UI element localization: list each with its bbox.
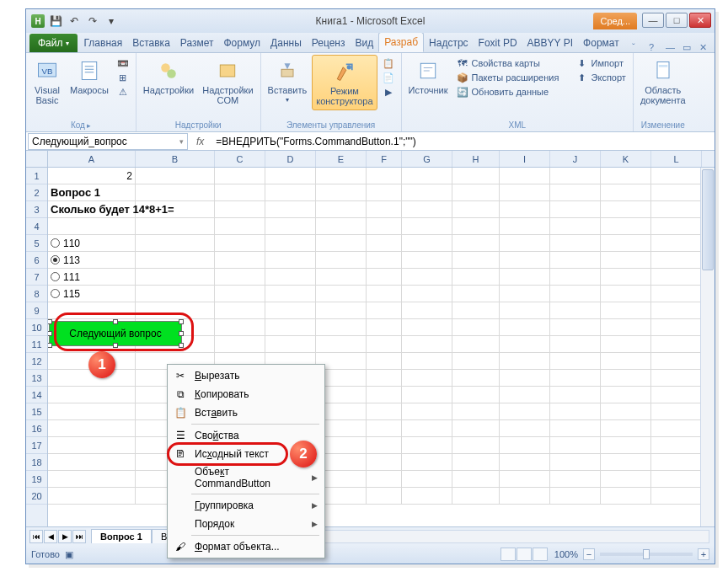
cell[interactable]: [500, 201, 550, 217]
cell[interactable]: [48, 387, 136, 403]
cell[interactable]: [550, 471, 601, 487]
cell[interactable]: [265, 201, 316, 217]
cell[interactable]: [601, 252, 651, 268]
cell[interactable]: [550, 387, 601, 403]
document-panel-button[interactable]: Область документа: [637, 55, 689, 109]
tab-data[interactable]: Данны: [265, 34, 307, 52]
cell[interactable]: [367, 488, 402, 504]
cell[interactable]: [402, 454, 452, 470]
row-header[interactable]: 19: [26, 471, 47, 488]
cell[interactable]: [265, 286, 316, 302]
row-header[interactable]: 9: [26, 302, 47, 319]
window-close-button[interactable]: ✕: [689, 13, 711, 28]
cell[interactable]: [452, 269, 500, 285]
sheet-nav-prev-icon[interactable]: ◀: [44, 530, 57, 543]
cell[interactable]: [651, 370, 702, 386]
tab-foxit[interactable]: Foxit PD: [474, 34, 522, 52]
cell[interactable]: [601, 168, 651, 184]
cell[interactable]: [215, 269, 265, 285]
cell[interactable]: [651, 387, 702, 403]
cell[interactable]: [550, 269, 601, 285]
cell[interactable]: [136, 235, 215, 251]
row-header[interactable]: 11: [26, 336, 47, 353]
row-header[interactable]: 13: [26, 370, 47, 387]
doc-minimize-icon[interactable]: —: [666, 42, 676, 52]
cell[interactable]: [402, 184, 452, 200]
cell[interactable]: [367, 336, 402, 352]
col-header[interactable]: J: [550, 151, 601, 167]
vertical-scrollbar[interactable]: [700, 168, 715, 526]
cell[interactable]: [402, 252, 452, 268]
cell[interactable]: [601, 302, 651, 318]
tab-formulas[interactable]: Формул: [218, 34, 265, 52]
macro-record-icon[interactable]: ▣: [65, 549, 73, 560]
file-tab[interactable]: Файл: [29, 34, 78, 52]
cell[interactable]: [550, 370, 601, 386]
cell[interactable]: [316, 252, 367, 268]
cell[interactable]: [402, 437, 452, 453]
cell[interactable]: [265, 269, 316, 285]
cell[interactable]: [452, 184, 500, 200]
cell[interactable]: [500, 403, 550, 419]
col-header[interactable]: L: [651, 151, 702, 167]
cell[interactable]: [601, 184, 651, 200]
cell[interactable]: [215, 235, 265, 251]
cell[interactable]: [367, 201, 402, 217]
row-header[interactable]: 7: [26, 269, 47, 286]
cell[interactable]: [265, 235, 316, 251]
cell[interactable]: [452, 454, 500, 470]
qat-undo-icon[interactable]: ↶: [67, 13, 82, 29]
cell[interactable]: [316, 168, 367, 184]
cell[interactable]: [452, 353, 500, 369]
cell[interactable]: [48, 420, 136, 436]
qat-redo-icon[interactable]: ↷: [85, 13, 100, 29]
cell[interactable]: [48, 471, 136, 487]
cell[interactable]: [136, 168, 215, 184]
cell[interactable]: [651, 184, 702, 200]
cell[interactable]: [601, 319, 651, 335]
row-header[interactable]: 20: [26, 488, 47, 505]
cell[interactable]: [402, 168, 452, 184]
cell[interactable]: [500, 184, 550, 200]
cell[interactable]: [452, 319, 500, 335]
cell[interactable]: [215, 201, 265, 217]
cell[interactable]: [550, 420, 601, 436]
cell[interactable]: [367, 454, 402, 470]
cell[interactable]: [316, 336, 367, 352]
cell[interactable]: [265, 336, 316, 352]
cell[interactable]: [500, 319, 550, 335]
cell[interactable]: [367, 403, 402, 419]
cell[interactable]: [316, 269, 367, 285]
row-header[interactable]: 5: [26, 235, 47, 252]
row-header[interactable]: 16: [26, 420, 47, 437]
fx-button[interactable]: fx: [190, 136, 211, 147]
cell[interactable]: [136, 286, 215, 302]
doc-close-icon[interactable]: ✕: [699, 42, 709, 52]
cell[interactable]: [215, 184, 265, 200]
cell[interactable]: [651, 235, 702, 251]
sheet-tab[interactable]: Вопрос 1: [91, 529, 152, 543]
cell[interactable]: [316, 201, 367, 217]
cell[interactable]: [601, 370, 651, 386]
ribbon-minimize-icon[interactable]: ˇ: [632, 42, 642, 52]
cell[interactable]: [215, 319, 265, 335]
cell[interactable]: [402, 370, 452, 386]
col-header[interactable]: K: [601, 151, 651, 167]
cell[interactable]: [452, 370, 500, 386]
row-header[interactable]: 12: [26, 353, 47, 370]
row-header[interactable]: 2: [26, 184, 47, 201]
ctx-copy[interactable]: ⧉Копировать: [169, 385, 323, 403]
import-button[interactable]: ⬇Импорт: [573, 56, 629, 70]
cell[interactable]: [48, 302, 136, 318]
cell[interactable]: [651, 488, 702, 504]
tab-addins[interactable]: Надстрс: [424, 34, 474, 52]
cell[interactable]: [452, 471, 500, 487]
cell[interactable]: [500, 353, 550, 369]
row-header[interactable]: 10: [26, 319, 47, 336]
tab-developer[interactable]: Разраб: [378, 32, 424, 52]
visual-basic-button[interactable]: VB Visual Basic: [29, 55, 65, 109]
cell[interactable]: [367, 252, 402, 268]
ctx-object[interactable]: Объект CommandButton▶: [169, 463, 323, 492]
option-radio[interactable]: 111: [48, 269, 136, 285]
row-header[interactable]: 3: [26, 201, 47, 218]
